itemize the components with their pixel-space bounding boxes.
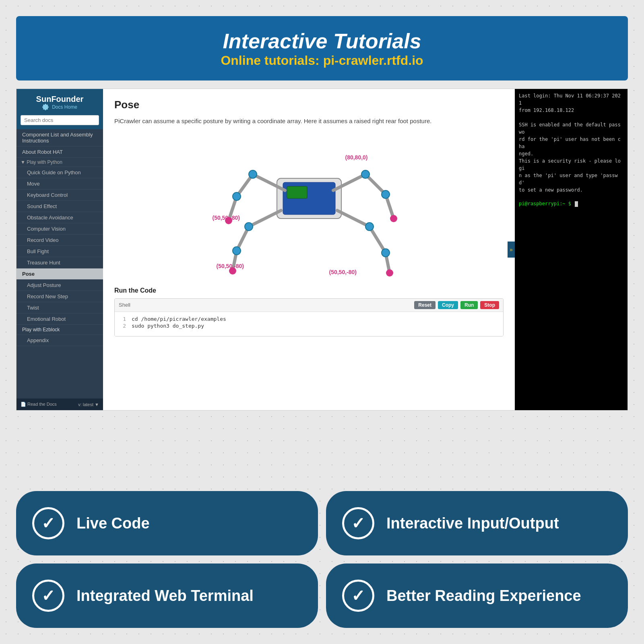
sidebar-footer-left: 📄 Read the Docs (21, 402, 57, 407)
feature-card-live-code: ✓ Live Code (16, 491, 318, 555)
coord-label-1: (50,50,-80) (213, 215, 240, 221)
svg-point-21 (245, 223, 253, 231)
terminal-cursor (575, 201, 578, 207)
robot-svg (213, 134, 406, 279)
svg-point-26 (386, 269, 393, 277)
header-subtitle: Online tutorials: pi-crawler.rtfd.io (221, 53, 423, 68)
sidebar-item-play-ezblock[interactable]: Play with Ezblock (17, 325, 103, 335)
sidebar-item-record-video[interactable]: Record Video (17, 235, 103, 246)
robot-image-container: (50,50,-80) (80,80,0) (50,50,-80) (50,50… (213, 134, 406, 279)
run-button[interactable]: Run (460, 301, 478, 309)
sidebar-item-keyboard-control[interactable]: Keyboard Control (17, 190, 103, 201)
sidebar-section-play-python[interactable]: ▼ Play with Python (17, 158, 103, 167)
header-banner: Interactive Tutorials Online tutorials: … (16, 16, 628, 80)
sidebar-item-move[interactable]: Move (17, 178, 103, 190)
feature-label-live-code: Live Code (76, 515, 150, 532)
check-circle-live-code: ✓ (32, 507, 64, 539)
sidebar-item-component-list[interactable]: Component List and Assembly Instructions (17, 129, 103, 147)
code-block: Shell Reset Copy Run Stop 1 cd /home/pi/… (114, 298, 504, 336)
sidebar-item-treasure-hunt[interactable]: Treasure Hunt (17, 257, 103, 268)
svg-point-7 (382, 190, 390, 198)
feature-card-web-terminal: ✓ Integrated Web Terminal (16, 564, 318, 628)
sidebar-search-container (17, 113, 103, 129)
svg-line-18 (249, 211, 281, 227)
code-line-1: 1 cd /home/pi/picrawler/examples (120, 316, 497, 322)
checkmark-live-code: ✓ (41, 515, 55, 531)
arrow-toggle[interactable]: » (508, 242, 515, 258)
copy-button[interactable]: Copy (438, 301, 458, 309)
feature-card-better-reading: ✓ Better Reading Experience (326, 564, 628, 628)
sidebar-brand: SunFounder Docs Home (17, 89, 103, 113)
sidebar-brand-name: SunFounder (21, 95, 99, 104)
sidebar-brand-sub-label: Docs Home (52, 104, 77, 110)
svg-point-6 (361, 170, 369, 178)
sidebar-item-emotional-robot[interactable]: Emotional Robot (17, 314, 103, 325)
code-line-text-1: cd /home/pi/picrawler/examples (132, 316, 226, 322)
code-toolbar: Shell Reset Copy Run Stop (115, 299, 503, 312)
feature-cards: ✓ Live Code ✓ Interactive Input/Output ✓… (16, 491, 628, 628)
sidebar-item-pose[interactable]: Pose (17, 268, 103, 280)
sidebar-footer: 📄 Read the Docs v: latest ▼ (17, 398, 103, 410)
sidebar-item-twist[interactable]: Twist (17, 302, 103, 314)
check-circle-interactive-io: ✓ (342, 507, 374, 539)
sidebar-item-record-new-step[interactable]: Record New Step (17, 291, 103, 302)
svg-line-14 (369, 227, 386, 253)
feature-label-web-terminal: Integrated Web Terminal (76, 587, 254, 605)
svg-point-16 (365, 223, 374, 231)
sidebar: SunFounder Docs Home Component List and … (17, 89, 103, 410)
svg-point-12 (233, 192, 241, 200)
code-shell-label: Shell (119, 302, 412, 308)
sidebar-item-computer-vision[interactable]: Computer Vision (17, 223, 103, 235)
svg-point-22 (233, 247, 241, 255)
run-code-label: Run the Code (114, 287, 504, 294)
docs-container: SunFounder Docs Home Component List and … (16, 89, 628, 411)
sidebar-brand-sub: Docs Home (21, 104, 99, 110)
code-line-num-2: 2 (120, 323, 126, 329)
checkmark-better-reading: ✓ (351, 588, 365, 604)
sidebar-item-quick-guide[interactable]: Quick Guide on Python (17, 167, 103, 178)
search-input[interactable] (21, 115, 99, 125)
sidebar-item-bull-fight[interactable]: Bull Fight (17, 246, 103, 257)
sidebar-item-obstacle-avoidance[interactable]: Obstacle Avoidance (17, 212, 103, 223)
code-line-text-2: sudo python3 do_step.py (132, 323, 204, 329)
check-circle-web-terminal: ✓ (32, 580, 64, 612)
header-title: Interactive Tutorials (223, 29, 421, 53)
sidebar-item-about-robot[interactable]: About Robot HAT (17, 147, 103, 158)
terminal-text: Last login: Thu Nov 11 06:29:37 2021 fro… (519, 92, 623, 201)
main-content: Pose PiCrawler can assume a specific pos… (103, 89, 515, 410)
checkmark-interactive-io: ✓ (351, 515, 365, 531)
reset-button[interactable]: Reset (414, 301, 436, 309)
svg-point-11 (249, 170, 257, 178)
feature-label-better-reading: Better Reading Experience (386, 587, 581, 605)
coord-label-2: (80,80,0) (345, 154, 368, 161)
sidebar-item-appendix[interactable]: Appendix (17, 335, 103, 346)
code-line-2: 2 sudo python3 do_step.py (120, 323, 497, 329)
arrow-icon: » (510, 246, 513, 253)
svg-point-17 (382, 249, 390, 257)
svg-rect-2 (287, 186, 307, 198)
code-body: 1 cd /home/pi/picrawler/examples 2 sudo … (115, 312, 503, 336)
coord-label-4: (50,50,-80) (329, 269, 357, 275)
feature-card-interactive-io: ✓ Interactive Input/Output (326, 491, 628, 555)
code-line-num-1: 1 (120, 316, 126, 322)
sidebar-nav: Component List and Assembly Instructions… (17, 129, 103, 398)
sidebar-footer-right[interactable]: v: latest ▼ (78, 402, 99, 407)
page-title: Pose (114, 99, 504, 111)
check-circle-better-reading: ✓ (342, 580, 374, 612)
gear-icon (42, 104, 49, 110)
checkmark-web-terminal: ✓ (41, 588, 55, 604)
sidebar-item-sound-effect[interactable]: Sound Effect (17, 201, 103, 212)
terminal-panel: Last login: Thu Nov 11 06:29:37 2021 fro… (515, 89, 627, 410)
svg-point-24 (390, 215, 397, 222)
stop-button[interactable]: Stop (480, 301, 499, 309)
terminal-prompt: pi@raspberrypi:~ $ (519, 201, 571, 206)
feature-label-interactive-io: Interactive Input/Output (386, 515, 559, 532)
coord-label-3: (50,50,-80) (217, 263, 244, 269)
svg-line-13 (337, 211, 369, 227)
sidebar-item-adjust-posture[interactable]: Adjust Posture (17, 280, 103, 291)
page-description: PiCrawler can assume a specific posture … (114, 117, 504, 126)
